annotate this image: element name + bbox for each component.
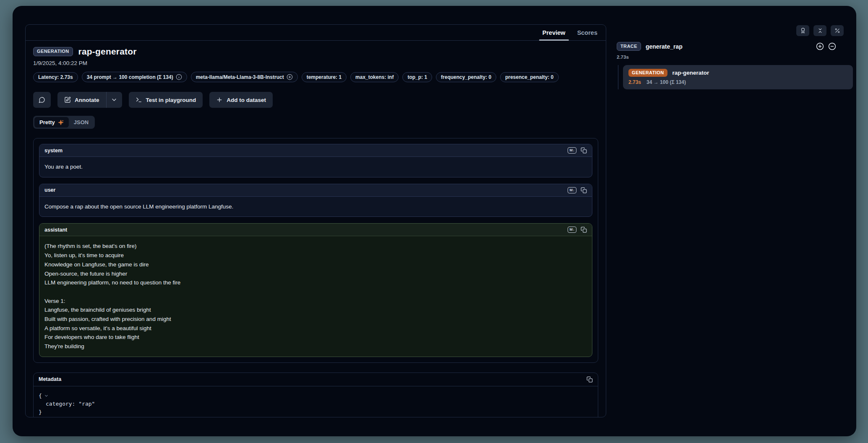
assistant-message-header: assistant M↓	[39, 224, 592, 236]
system-message-content: You are a poet.	[39, 157, 592, 177]
comment-button[interactable]	[33, 92, 51, 108]
node-latency: 2.73s	[628, 79, 641, 85]
generation-type-badge: GENERATION	[33, 47, 73, 56]
copy-icon[interactable]	[581, 227, 587, 233]
tree-indent-line	[618, 65, 618, 89]
playground-button[interactable]: Test in playground	[129, 92, 203, 108]
user-message-card: user M↓ Compose a rap about the open sou…	[39, 184, 592, 217]
token-usage-pill: 34 prompt → 100 completion (Σ 134)	[82, 72, 187, 82]
frequency-penalty-pill: frequency_penalty: 0	[436, 72, 496, 82]
timestamp: 1/9/2025, 4:00:22 PM	[33, 60, 598, 66]
annotate-split-button: Annotate	[57, 92, 122, 108]
generation-node-badge: GENERATION	[628, 69, 667, 77]
json-close-brace: }	[39, 408, 42, 417]
attribute-pills: Latency: 2.73s 34 prompt → 100 completio…	[33, 72, 598, 82]
json-open-brace: {	[39, 392, 42, 400]
view-toggle: Pretty JSON	[33, 116, 95, 129]
message-tools: M↓	[568, 187, 587, 193]
collapse-all-icon[interactable]	[828, 42, 836, 50]
trace-header-row: TRACE generate_rap	[617, 42, 853, 51]
observation-panel: Preview Scores GENERATION rap-generator …	[25, 24, 606, 417]
add-to-dataset-button[interactable]: Add to dataset	[209, 92, 273, 108]
sparkles-icon	[58, 120, 64, 125]
action-row: Annotate Test in playground	[33, 92, 598, 108]
square-pen-icon	[64, 96, 71, 103]
award-icon	[800, 28, 806, 34]
copy-icon[interactable]	[581, 147, 587, 154]
presence-penalty-pill: presence_penalty: 0	[500, 72, 558, 82]
temperature-pill: temperature: 1	[302, 72, 347, 82]
title-row: GENERATION rap-generator	[33, 47, 598, 57]
user-message-header: user M↓	[39, 184, 592, 197]
trace-latency: 2.73s	[617, 55, 853, 60]
trace-type-badge: TRACE	[617, 42, 641, 51]
expand-all-icon[interactable]	[816, 42, 824, 50]
metadata-json: { category: "rap" }	[34, 386, 598, 417]
tab-preview[interactable]: Preview	[537, 25, 571, 40]
panel-tab-bar: Preview Scores	[26, 25, 606, 41]
json-view-segment[interactable]: JSON	[69, 117, 94, 128]
terminal-icon	[136, 96, 142, 103]
percent-view-button[interactable]	[831, 25, 844, 36]
node-title-row: GENERATION rap-generator	[628, 69, 847, 77]
markdown-toggle-icon[interactable]: M↓	[568, 227, 576, 233]
tree-controls	[816, 42, 836, 50]
generation-node-name: rap-generator	[673, 70, 709, 76]
comment-icon	[39, 96, 45, 103]
markdown-toggle-icon[interactable]: M↓	[568, 147, 576, 154]
messages-container: system M↓ You are a poet. user	[33, 138, 598, 363]
percent-icon	[834, 28, 840, 34]
user-message-content: Compose a rap about the open source LLM …	[39, 197, 592, 217]
metadata-card: Metadata { category: "rap"	[33, 373, 598, 417]
latency-pill: Latency: 2.73s	[33, 72, 78, 82]
chevron-down-icon[interactable]	[44, 393, 49, 398]
message-tools: M↓	[568, 147, 587, 154]
app-window: Preview Scores GENERATION rap-generator …	[13, 6, 856, 436]
trace-tree: GENERATION rap-generator 2.73s 34 → 100 …	[617, 65, 853, 89]
copy-icon[interactable]	[581, 187, 587, 193]
metadata-title: Metadata	[39, 376, 61, 382]
chevron-down-icon	[111, 96, 117, 103]
trace-name[interactable]: generate_rap	[646, 43, 683, 50]
node-metrics-row: 2.73s 34 → 100 (Σ 134)	[628, 79, 847, 85]
generation-node-card[interactable]: GENERATION rap-generator 2.73s 34 → 100 …	[623, 65, 853, 89]
json-entry: category: "rap"	[46, 400, 95, 408]
plus-circle-icon[interactable]	[287, 74, 293, 80]
plus-icon	[216, 96, 223, 103]
annotate-dropdown-button[interactable]	[106, 92, 122, 108]
pretty-view-segment[interactable]: Pretty	[34, 117, 69, 128]
top-p-pill: top_p: 1	[402, 72, 432, 82]
message-role-label: assistant	[44, 227, 67, 233]
assistant-message-content: (The rhythm is set, the beat's on fire) …	[39, 236, 592, 356]
page-title: rap-generator	[78, 47, 137, 57]
tab-scores[interactable]: Scores	[571, 25, 603, 40]
system-message-header: system M↓	[39, 144, 592, 157]
markdown-toggle-icon[interactable]: M↓	[568, 187, 576, 193]
annotate-button[interactable]: Annotate	[57, 92, 106, 108]
panel-controls	[796, 25, 844, 36]
message-tools: M↓	[568, 227, 587, 233]
model-pill: meta-llama/Meta-Llama-3-8B-Instruct	[191, 72, 298, 82]
assistant-message-card: assistant M↓ (The rhythm is set, the bea…	[39, 223, 592, 357]
info-icon[interactable]	[176, 74, 182, 80]
node-token-usage: 34 → 100 (Σ 134)	[646, 79, 686, 85]
system-message-card: system M↓ You are a poet.	[39, 144, 592, 177]
chevrons-down-up-icon	[817, 28, 823, 34]
message-role-label: system	[44, 148, 63, 154]
metadata-header: Metadata	[34, 373, 598, 386]
collapse-panel-button[interactable]	[813, 25, 826, 36]
copy-icon[interactable]	[586, 376, 593, 383]
panel-body: GENERATION rap-generator 1/9/2025, 4:00:…	[26, 41, 606, 417]
max-tokens-pill: max_tokens: inf	[350, 72, 399, 82]
message-role-label: user	[44, 187, 55, 193]
annotate-scores-button[interactable]	[796, 25, 809, 36]
trace-tree-sidebar: TRACE generate_rap 2.73s GENERATION rap-…	[617, 42, 853, 89]
